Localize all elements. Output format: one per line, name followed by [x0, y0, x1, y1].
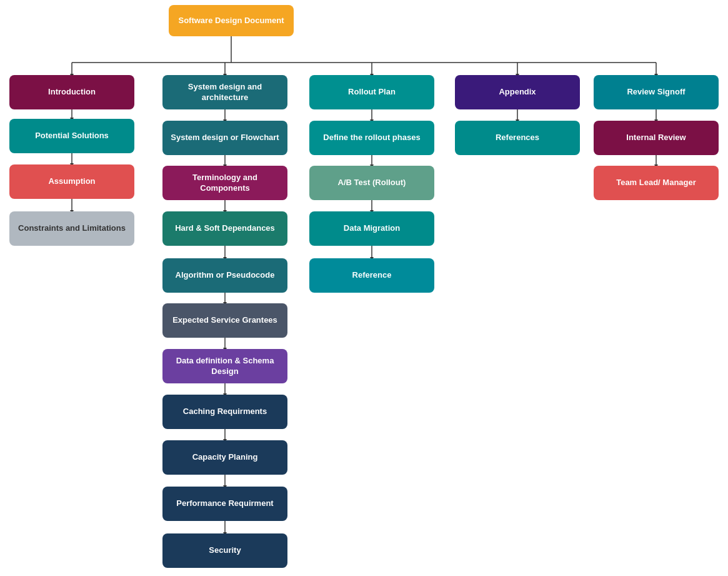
node-appendix: Appendix: [455, 75, 580, 109]
node-rollout-plan: Rollout Plan: [309, 75, 434, 109]
node-caching: Caching Requirments: [162, 395, 287, 429]
node-ab-test: A/B Test (Rollout): [309, 166, 434, 200]
node-system-flowchart: System design or Flowchart: [162, 121, 287, 155]
node-references: References: [455, 121, 580, 155]
node-define-rollout: Define the rollout phases: [309, 121, 434, 155]
node-introduction: Introduction: [9, 75, 134, 109]
node-internal-review: Internal Review: [594, 121, 719, 155]
node-data-definition: Data definition & Schema Design: [162, 349, 287, 383]
diagram: Software Design Document Introduction Po…: [0, 0, 728, 576]
node-review-signoff: Review Signoff: [594, 75, 719, 109]
node-algorithm: Algorithm or Pseudocode: [162, 258, 287, 293]
node-potential-solutions: Potential Solutions: [9, 119, 134, 153]
node-constraints: Constraints and Limitations: [9, 211, 134, 246]
node-terminology: Terminology and Components: [162, 166, 287, 200]
node-security: Security: [162, 533, 287, 568]
node-root: Software Design Document: [169, 5, 294, 36]
node-reference: Reference: [309, 258, 434, 293]
node-performance: Performance Requirment: [162, 487, 287, 521]
node-team-lead: Team Lead/ Manager: [594, 166, 719, 200]
node-data-migration: Data Migration: [309, 211, 434, 246]
node-capacity: Capacity Planing: [162, 440, 287, 475]
node-expected: Expected Service Grantees: [162, 303, 287, 338]
node-assumption: Assumption: [9, 164, 134, 199]
node-hard-soft: Hard & Soft Dependances: [162, 211, 287, 246]
node-system-design: System design and architecture: [162, 75, 287, 109]
